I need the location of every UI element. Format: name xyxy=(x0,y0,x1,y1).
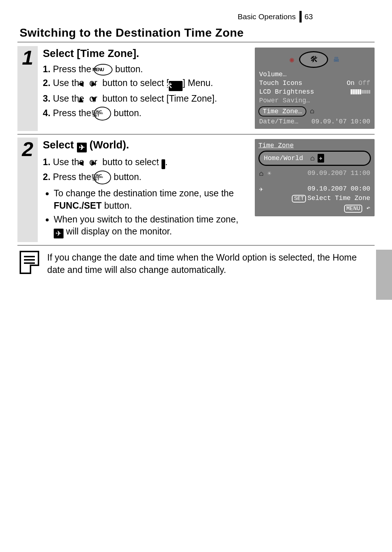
menu-row: LCD Brightness xyxy=(258,87,371,96)
note-icon xyxy=(20,251,39,274)
breadcrumb: Basic Operations xyxy=(238,12,296,21)
tools-menu-icon: 🛠 xyxy=(169,81,183,91)
print-tab-icon: 🖶 xyxy=(333,56,340,64)
step-2: 2 Select ✈ (World). 1. Use the ◄ or ► xyxy=(17,138,375,246)
menu-button-icon: MENU xyxy=(94,64,113,75)
menu-row: Touch Icons On Off xyxy=(258,79,371,87)
substep: 1. Use the ◄ or ► butto to select ✈. xyxy=(43,156,248,169)
camera-screenshot-1: ◉ 🛠 🖶 Volume… Touch Icons On Off LCD Bri… xyxy=(255,48,375,129)
menu-row: Power Saving… xyxy=(258,96,371,105)
step-number-col: 2 xyxy=(17,138,38,242)
header-divider xyxy=(299,11,302,23)
func-set-button-icon: FUNC.SET xyxy=(94,171,111,184)
screen-title: Time Zone xyxy=(258,142,371,149)
bullet: When you switch to the destination time … xyxy=(54,213,248,239)
substep: 2. Use the ◄ or ► button to select [🛠] M… xyxy=(43,77,248,91)
substep: 4. Press the FUNC.SET button. xyxy=(43,107,248,120)
brightness-bar-icon xyxy=(351,88,370,95)
substep: 2. Press the FUNC.SET button. xyxy=(43,171,248,184)
bullet: To change the destination time zone, use… xyxy=(54,187,248,212)
world-icon: ✈ xyxy=(77,143,87,152)
menu-row: Date/Time… 09.09.'07 10:00 xyxy=(258,117,371,126)
step-1: 1 Select [Time Zone]. 1. Press the MENU … xyxy=(17,46,375,135)
menu-row-selected: Time Zone… ⌂ xyxy=(258,105,371,117)
home-world-pill: Home/World ⌂ ✈ xyxy=(258,151,371,166)
world-icon: ✈ xyxy=(54,229,64,238)
menu-badge-icon: MENU xyxy=(344,205,362,213)
menu-row: Volume… xyxy=(258,70,371,79)
func-set-button-icon: FUNC.SET xyxy=(94,107,111,120)
screen-hint: MENU ↶ xyxy=(258,203,371,213)
rec-tab-icon: ◉ xyxy=(290,55,294,64)
note-text: If you change the date and time when the… xyxy=(47,251,375,276)
screen-row: ✈ 09.10.2007 00:00 xyxy=(258,184,371,194)
set-badge-icon: SET xyxy=(292,195,306,203)
step-heading: Select [Time Zone]. xyxy=(43,48,248,60)
world-icon: ✈ xyxy=(162,159,165,169)
screen-row: ⌂ ☀ 09.09.2007 11:00 xyxy=(258,169,371,179)
step-number: 1 xyxy=(22,46,33,68)
substep: 1. Press the MENU button. xyxy=(43,63,248,75)
world-icon: ✈ xyxy=(318,154,324,163)
tools-tab-circle: 🛠 xyxy=(299,51,328,68)
home-icon: ⌂ xyxy=(310,107,314,115)
section-side-tab xyxy=(376,250,392,300)
note-block: If you change the date and time when the… xyxy=(17,251,375,276)
step-number: 2 xyxy=(22,138,33,159)
substep: 3. Use the ▲ or ▼ button to select [Time… xyxy=(43,93,248,105)
step-number-col: 1 xyxy=(17,46,38,131)
screen-hint: SETSelect Time Zone xyxy=(258,194,371,203)
tools-tab-icon: 🛠 xyxy=(310,55,317,65)
home-icon: ⌂ xyxy=(259,169,264,178)
divider xyxy=(17,42,375,42)
camera-screenshot-2: Time Zone Home/World ⌂ ✈ ⌂ ☀ 09.09.2007 … xyxy=(255,139,375,216)
world-icon: ✈ xyxy=(259,185,263,193)
page-header: Basic Operations 63 xyxy=(17,11,375,23)
page-number: 63 xyxy=(305,12,313,21)
section-title: Switching to the Destination Time Zone xyxy=(20,26,375,40)
home-icon: ⌂ xyxy=(310,154,315,163)
step-heading: Select ✈ (World). xyxy=(43,139,248,152)
